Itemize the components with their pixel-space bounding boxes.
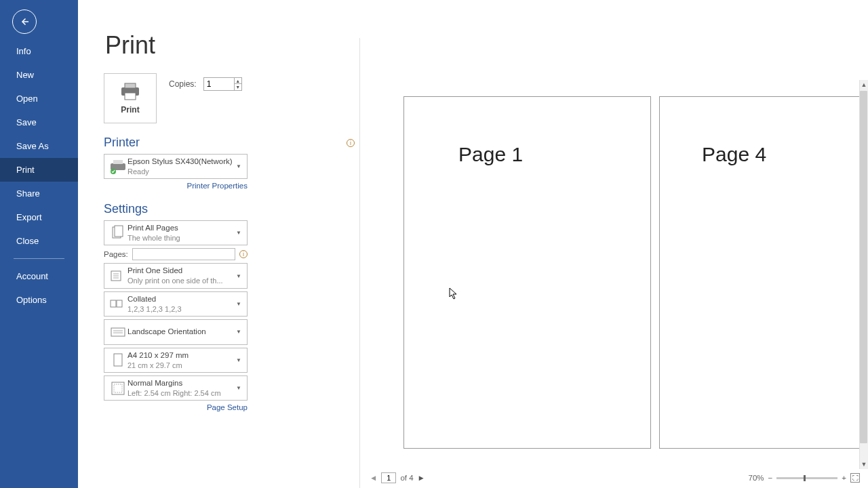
- print-which-pages-dropdown[interactable]: Print All Pages The whole thing ▼: [104, 220, 248, 245]
- zoom-handle[interactable]: [804, 475, 806, 481]
- chevron-down-icon: ▼: [233, 357, 244, 363]
- paper-size-dropdown[interactable]: A4 210 x 297 mm 21 cm x 29.7 cm ▼: [104, 348, 248, 373]
- pages-icon: [108, 224, 127, 243]
- chevron-down-icon[interactable]: ▼: [235, 84, 241, 90]
- nav-save[interactable]: Save: [0, 110, 78, 134]
- pages-label: Pages:: [104, 250, 128, 258]
- nav-new[interactable]: New: [0, 63, 78, 87]
- nav-export[interactable]: Export: [0, 205, 78, 229]
- chevron-down-icon: ▼: [233, 273, 244, 279]
- setting-collated-line1: Collated: [127, 294, 233, 304]
- setting-margins-line2: Left: 2.54 cm Right: 2.54 cm: [127, 388, 233, 398]
- copies-spinner[interactable]: ▲ ▼: [235, 77, 242, 91]
- preview-scrollbar[interactable]: ▲ ▼: [859, 80, 868, 469]
- setting-sides-line2: Only print on one side of th...: [127, 276, 233, 285]
- info-icon[interactable]: i: [239, 250, 248, 258]
- svg-rect-2: [125, 83, 136, 88]
- setting-allpages-line1: Print All Pages: [127, 223, 233, 233]
- copies-label: Copies:: [169, 79, 197, 89]
- total-pages-label: of 4: [400, 474, 413, 482]
- nav-open[interactable]: Open: [0, 87, 78, 110]
- copies-input[interactable]: [203, 77, 235, 91]
- printer-section-title: Printer: [104, 136, 140, 150]
- svg-rect-18: [114, 354, 122, 366]
- preview-page-2-label: Page 4: [702, 143, 766, 166]
- page-icon: [108, 351, 127, 370]
- current-page-input[interactable]: [381, 472, 396, 483]
- page-title: Print: [78, 0, 868, 65]
- preview-page-2: Page 4: [659, 96, 868, 449]
- prev-page-button[interactable]: ◄: [370, 474, 377, 482]
- nav-print[interactable]: Print: [0, 158, 78, 182]
- pages-input[interactable]: [132, 248, 235, 260]
- info-icon[interactable]: i: [347, 139, 355, 147]
- print-sides-dropdown[interactable]: Print One Sided Only print on one side o…: [104, 263, 248, 288]
- chevron-down-icon: ▼: [233, 385, 244, 391]
- landscape-icon: [108, 323, 127, 342]
- setting-sides-line1: Print One Sided: [127, 266, 233, 276]
- collation-dropdown[interactable]: Collated 1,2,3 1,2,3 1,2,3 ▼: [104, 291, 248, 317]
- svg-rect-13: [111, 300, 116, 307]
- fit-to-window-button[interactable]: ⛶: [850, 473, 860, 483]
- zoom-out-button[interactable]: −: [768, 474, 773, 482]
- nav-account[interactable]: Account: [0, 264, 78, 288]
- setting-paper-line2: 21 cm x 29.7 cm: [127, 361, 233, 370]
- page-setup-link[interactable]: Page Setup: [207, 403, 248, 411]
- print-button[interactable]: Print: [104, 73, 157, 123]
- nav-close[interactable]: Close: [0, 229, 78, 253]
- margins-dropdown[interactable]: Normal Margins Left: 2.54 cm Right: 2.54…: [104, 375, 248, 401]
- chevron-down-icon: ▼: [233, 329, 244, 335]
- printer-name: Epson Stylus SX430(Network): [127, 157, 233, 167]
- printer-icon: [119, 82, 142, 101]
- printer-dropdown[interactable]: Epson Stylus SX430(Network) Ready ▼: [104, 154, 248, 179]
- setting-paper-line1: A4 210 x 297 mm: [127, 350, 233, 361]
- collated-icon: [108, 294, 127, 313]
- nav-options[interactable]: Options: [0, 288, 78, 312]
- setting-allpages-line2: The whole thing: [127, 233, 233, 243]
- preview-page-1-label: Page 1: [458, 143, 523, 166]
- printer-ready-icon: [108, 157, 127, 176]
- setting-collated-line2: 1,2,3 1,2,3 1,2,3: [127, 304, 233, 314]
- svg-rect-3: [125, 93, 136, 100]
- margins-icon: [108, 379, 127, 398]
- svg-rect-5: [113, 160, 123, 164]
- zoom-label: 70%: [749, 474, 764, 482]
- nav-share[interactable]: Share: [0, 182, 78, 205]
- next-page-button[interactable]: ►: [418, 474, 425, 482]
- svg-rect-14: [117, 300, 122, 307]
- chevron-down-icon: ▼: [233, 230, 244, 236]
- printer-properties-link[interactable]: Printer Properties: [187, 182, 248, 190]
- zoom-slider[interactable]: [776, 477, 837, 479]
- backstage-sidebar: Info New Open Save Save As Print Share E…: [0, 0, 78, 488]
- svg-rect-15: [111, 328, 125, 336]
- chevron-down-icon: ▼: [233, 301, 244, 307]
- scroll-down-icon[interactable]: ▼: [860, 460, 868, 469]
- back-button[interactable]: [12, 9, 37, 34]
- vertical-divider: [359, 38, 360, 488]
- nav-save-as[interactable]: Save As: [0, 134, 78, 158]
- chevron-up-icon[interactable]: ▲: [235, 78, 241, 84]
- cursor-icon: [449, 287, 458, 300]
- scroll-thumb[interactable]: [860, 91, 867, 443]
- settings-section-title: Settings: [104, 202, 148, 216]
- zoom-in-button[interactable]: +: [842, 474, 846, 482]
- setting-orientation-line1: Landscape Orientation: [127, 327, 233, 337]
- one-sided-icon: [108, 266, 127, 285]
- nav-separator: [14, 258, 64, 259]
- print-preview: Page 1 Page 4: [370, 80, 860, 469]
- scroll-up-icon[interactable]: ▲: [860, 80, 868, 89]
- printer-status: Ready: [127, 167, 233, 176]
- preview-page-1: Page 1: [403, 96, 651, 449]
- print-button-label: Print: [121, 105, 139, 115]
- setting-margins-line1: Normal Margins: [127, 378, 233, 388]
- svg-rect-8: [115, 226, 123, 237]
- chevron-down-icon: ▼: [233, 163, 244, 169]
- nav-info[interactable]: Info: [0, 39, 78, 63]
- orientation-dropdown[interactable]: Landscape Orientation ▼: [104, 319, 248, 345]
